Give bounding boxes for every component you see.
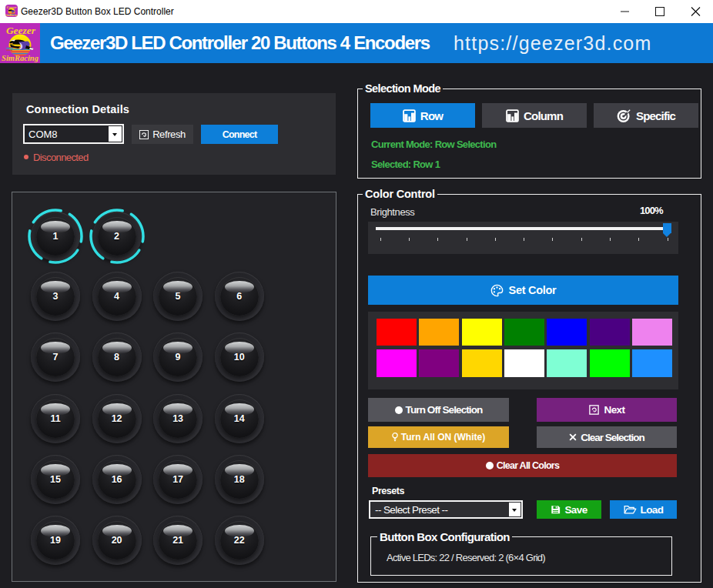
svg-text:Geezer: Geezer bbox=[7, 5, 17, 9]
svg-text:Geezer: Geezer bbox=[6, 25, 36, 36]
svg-text:SimRacing: SimRacing bbox=[5, 14, 18, 17]
svg-text:SimRacing: SimRacing bbox=[2, 54, 38, 62]
